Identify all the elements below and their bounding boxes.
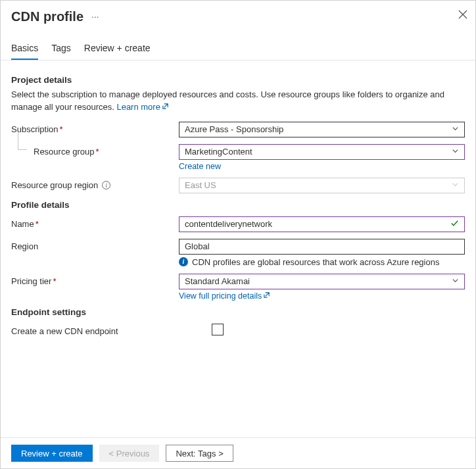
subscription-label: Subscription* xyxy=(11,122,179,134)
chevron-down-icon xyxy=(452,181,459,190)
tab-bar: Basics Tags Review + create xyxy=(1,27,475,61)
subscription-select[interactable]: Azure Pass - Sponsorship xyxy=(179,122,465,137)
profile-details-title: Profile details xyxy=(11,200,465,210)
rg-region-select: East US xyxy=(179,178,465,193)
chevron-down-icon xyxy=(452,277,459,286)
footer-bar: Review + create < Previous Next: Tags > xyxy=(1,437,475,468)
create-endpoint-label: Create a new CDN endpoint xyxy=(11,324,212,336)
project-details-desc: Select the subscription to manage deploy… xyxy=(11,89,465,114)
tab-review-create[interactable]: Review + create xyxy=(84,43,151,60)
check-icon xyxy=(450,219,459,230)
learn-more-link[interactable]: Learn more xyxy=(116,102,168,112)
resource-group-select[interactable]: MarketingContent xyxy=(179,144,465,160)
pricing-details-link[interactable]: View full pricing details xyxy=(179,291,270,301)
name-label: Name* xyxy=(11,216,179,229)
region-hint: i CDN profiles are global resources that… xyxy=(179,257,465,267)
region-input[interactable]: Global xyxy=(179,239,465,255)
project-details-title: Project details xyxy=(11,75,465,85)
rg-region-label: Resource group regioni xyxy=(11,178,179,190)
tab-tags[interactable]: Tags xyxy=(51,43,71,60)
name-input[interactable]: contentdeliverynetwork xyxy=(179,216,465,232)
pricing-select[interactable]: Standard Akamai xyxy=(179,274,465,289)
info-filled-icon: i xyxy=(179,257,188,266)
region-label: Region xyxy=(11,239,179,251)
chevron-down-icon xyxy=(452,147,459,157)
more-icon[interactable]: ··· xyxy=(89,9,102,24)
next-button[interactable]: Next: Tags > xyxy=(166,445,233,462)
page-title: CDN profile xyxy=(11,9,83,24)
info-icon[interactable]: i xyxy=(102,181,110,189)
review-create-button[interactable]: Review + create xyxy=(11,445,93,462)
chevron-down-icon xyxy=(452,125,459,134)
previous-button: < Previous xyxy=(99,445,160,462)
tab-basics[interactable]: Basics xyxy=(11,43,38,60)
resource-group-label: Resource group* xyxy=(11,144,179,157)
endpoint-settings-title: Endpoint settings xyxy=(11,307,465,317)
pricing-label: Pricing tier* xyxy=(11,274,179,286)
close-icon[interactable] xyxy=(458,9,467,22)
create-endpoint-checkbox[interactable] xyxy=(212,324,224,335)
create-new-link[interactable]: Create new xyxy=(179,162,221,171)
